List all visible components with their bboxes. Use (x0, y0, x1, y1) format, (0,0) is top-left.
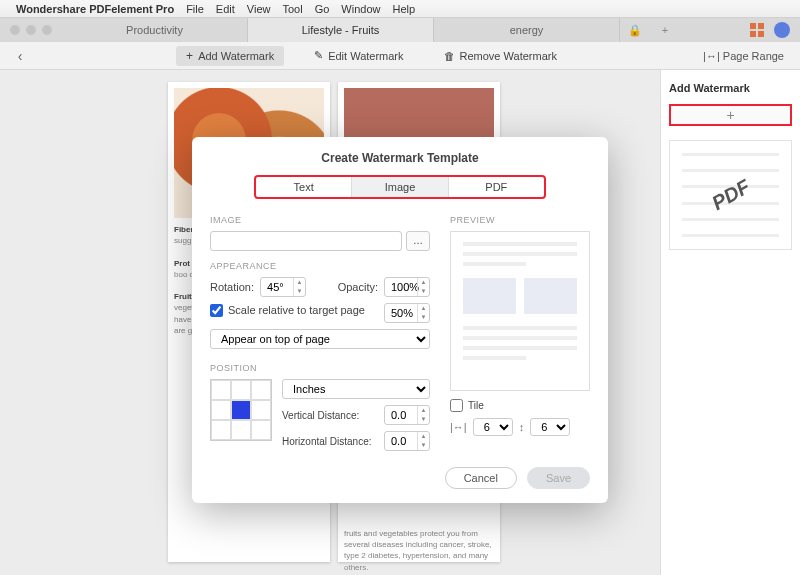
segment-pdf[interactable]: PDF (449, 177, 544, 197)
browse-button[interactable]: … (406, 231, 430, 251)
watermark-type-segment: Text Image PDF (254, 175, 546, 199)
scale-label: Scale relative to target page (228, 304, 365, 316)
tile-v-icon: ↕ (519, 421, 525, 433)
rotation-label: Rotation: (210, 281, 254, 293)
position-section-label: POSITION (210, 363, 430, 373)
opacity-label: Opacity: (338, 281, 378, 293)
image-path-input[interactable] (210, 231, 402, 251)
position-grid[interactable] (210, 379, 272, 441)
tile-h-icon: |↔| (450, 421, 467, 433)
create-watermark-dialog: Create Watermark Template Text Image PDF… (192, 137, 608, 503)
position-center[interactable] (231, 400, 251, 420)
tile-v-select[interactable]: 6 (530, 418, 570, 436)
segment-text[interactable]: Text (256, 177, 352, 197)
layer-select[interactable]: Appear on top of page (210, 329, 430, 349)
preview-section-label: PREVIEW (450, 215, 590, 225)
dialog-title: Create Watermark Template (210, 151, 590, 165)
units-select[interactable]: Inches (282, 379, 430, 399)
tile-label: Tile (468, 400, 484, 411)
preview-panel (450, 231, 590, 391)
vdist-label: Vertical Distance: (282, 410, 359, 421)
scale-checkbox[interactable] (210, 304, 223, 317)
image-section-label: IMAGE (210, 215, 430, 225)
modal-overlay: Create Watermark Template Text Image PDF… (0, 0, 800, 575)
cancel-button[interactable]: Cancel (445, 467, 517, 489)
save-button[interactable]: Save (527, 467, 590, 489)
segment-image[interactable]: Image (352, 177, 448, 197)
tile-h-select[interactable]: 6 (473, 418, 513, 436)
appearance-section-label: APPEARANCE (210, 261, 430, 271)
tile-checkbox[interactable] (450, 399, 463, 412)
hdist-label: Horizontal Distance: (282, 436, 371, 447)
